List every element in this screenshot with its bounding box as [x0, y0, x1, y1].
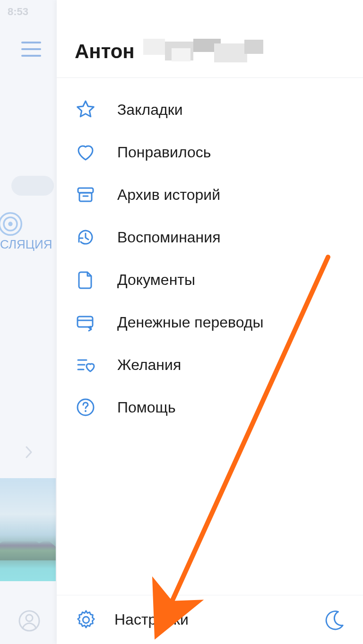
gear-icon[interactable]	[75, 609, 97, 631]
background-column: 8:53 СЛЯЦИЯ	[0, 0, 57, 644]
broadcast-icon	[0, 211, 24, 237]
menu-label: Денежные переводы	[117, 314, 263, 331]
chevron-right-icon	[25, 445, 34, 459]
svg-point-2	[8, 222, 12, 226]
settings-label[interactable]: Настройки	[114, 611, 306, 628]
svg-point-10	[83, 617, 89, 623]
menu-item-memories[interactable]: Воспоминания	[68, 216, 363, 258]
menu-label: Документы	[117, 271, 195, 289]
menu-item-documents[interactable]: Документы	[68, 258, 363, 301]
menu-item-help[interactable]: Помощь	[68, 386, 363, 429]
menu-list: Закладки Понравилось Архив историй Воспо…	[57, 78, 363, 429]
star-icon	[75, 99, 96, 120]
redacted-surname	[138, 39, 280, 64]
wishlist-icon	[75, 354, 96, 376]
heart-icon	[75, 141, 96, 163]
menu-label: Желания	[117, 356, 181, 374]
panel-footer: Настройки	[57, 595, 363, 644]
background-pill	[11, 176, 54, 196]
svg-point-9	[85, 410, 86, 412]
profile-icon[interactable]	[18, 610, 41, 632]
menu-label: Закладки	[117, 101, 183, 119]
menu-item-money-transfers[interactable]: Денежные переводы	[68, 301, 363, 343]
panel-header: Антон	[57, 0, 363, 78]
user-name: Антон	[75, 40, 135, 63]
document-icon	[75, 269, 96, 291]
menu-item-bookmarks[interactable]: Закладки	[68, 88, 363, 131]
svg-point-4	[26, 615, 33, 621]
broadcast-label: СЛЯЦИЯ	[0, 237, 56, 252]
archive-icon	[75, 184, 96, 206]
menu-label: Помощь	[117, 399, 176, 416]
moon-icon[interactable]	[323, 609, 346, 631]
menu-item-liked[interactable]: Понравилось	[68, 131, 363, 173]
help-icon	[75, 396, 96, 418]
menu-item-wishes[interactable]: Желания	[68, 343, 363, 386]
history-icon	[75, 226, 96, 248]
menu-label: Воспоминания	[117, 229, 220, 246]
status-time: 8:53	[8, 6, 28, 18]
menu-panel: Антон Закладки Понравилось	[57, 0, 363, 644]
background-photo	[0, 478, 56, 581]
card-icon	[75, 311, 96, 333]
svg-rect-7	[78, 317, 93, 327]
menu-item-stories-archive[interactable]: Архив историй	[68, 173, 363, 216]
svg-rect-6	[79, 193, 92, 201]
menu-label: Понравилось	[117, 144, 211, 161]
hamburger-icon[interactable]	[21, 42, 41, 57]
menu-label: Архив историй	[117, 186, 220, 204]
